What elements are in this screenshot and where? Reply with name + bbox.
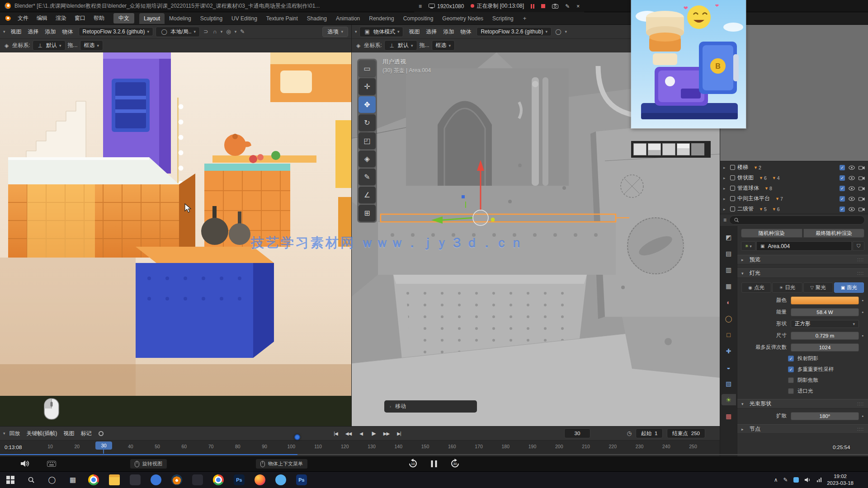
cursor-tool[interactable]: ✛	[359, 78, 376, 95]
camera-icon[interactable]	[859, 186, 865, 191]
tab-modifiers-icon[interactable]: ✚	[722, 345, 736, 357]
timeline-menu-2[interactable]: 关键帧(插帧)	[24, 428, 61, 439]
timeline-ruler[interactable]: 1020304050607080901001101201301401501601…	[0, 440, 720, 453]
blender-menu-logo-icon[interactable]	[4, 16, 11, 21]
prop-checkbox-row-4[interactable]: 进口光	[788, 387, 864, 395]
taskbar-app-task-view[interactable]: ▦	[62, 472, 83, 488]
taskbar-app-cortana[interactable]: ◯	[42, 472, 62, 488]
filmstrip-thumbnails[interactable]	[631, 141, 711, 158]
selectable-checkbox-icon[interactable]: ✓	[840, 196, 845, 202]
network-icon[interactable]	[817, 478, 822, 482]
workspace-tab-texture-paint[interactable]: Texture Paint	[262, 13, 302, 24]
jump-to-start-button[interactable]: |◀	[330, 428, 341, 439]
menubar-menu-2[interactable]: 编辑	[33, 13, 52, 23]
editor-chevron-icon[interactable]: ▾	[355, 29, 357, 34]
tab-object-data-icon[interactable]: ☀	[722, 394, 736, 405]
play-button[interactable]: ▶	[368, 428, 379, 439]
tab-tool-icon[interactable]: ◩	[722, 231, 736, 243]
spread-slider[interactable]: 180°	[791, 412, 859, 420]
selectable-checkbox-icon[interactable]: ✓	[840, 206, 845, 212]
transform-pivot-dropdown[interactable]: ◯本地/局..▾	[156, 27, 200, 37]
tray-volume-icon[interactable]	[804, 477, 811, 483]
timeline-menu-1[interactable]: 回放	[6, 428, 24, 439]
left-vp-menu-4[interactable]: 物体	[59, 27, 76, 37]
outliner-item-name[interactable]: 管道球体	[737, 184, 759, 192]
prop-checkbox-row-2[interactable]: ✓多重重要性采样	[788, 366, 864, 373]
retopoflow-dropdown[interactable]: RetopoFlow 3.2.6 (github)▾	[476, 27, 552, 36]
workspace-tab-animation[interactable]: Animation	[331, 13, 364, 24]
select-mode-dropdown[interactable]: 框选▾	[80, 40, 104, 51]
tray-chevron-up-icon[interactable]: ∧	[774, 477, 778, 483]
animate-dot[interactable]: ●	[859, 414, 866, 418]
falloff-dropdown-chevron[interactable]: ▾	[235, 29, 237, 34]
taskbar-app-blender[interactable]	[166, 472, 187, 488]
outliner-row[interactable]: ▸楼梯▼2✓	[720, 162, 868, 173]
left-vp-menu-2[interactable]: 选择	[25, 27, 42, 37]
section-beam-shape[interactable]: ▾光束形状::::	[737, 399, 868, 408]
editor-chevron-icon[interactable]: ▾	[3, 29, 5, 34]
tool-settings-icon[interactable]: ◈	[3, 42, 10, 49]
seed-render-button[interactable]: 随机种渲染	[741, 229, 802, 238]
disclosure-icon[interactable]: ▸	[723, 197, 728, 201]
current-frame-field[interactable]: 30	[564, 428, 590, 438]
recorder-menu-icon[interactable]: ≡	[419, 3, 422, 9]
viewport-options-button[interactable]: 选项▾	[322, 27, 348, 37]
left-vp-menu-3[interactable]: 添加	[42, 27, 59, 37]
right-vp-menu-2[interactable]: 选择	[423, 27, 440, 37]
move-tool[interactable]: ✥	[359, 96, 376, 113]
rotate-tool[interactable]: ↻	[359, 114, 376, 131]
orientation-dropdown[interactable]: ⊥默认▾	[33, 40, 66, 51]
camera-icon[interactable]	[859, 197, 865, 201]
link-icon[interactable]: ⊃	[202, 28, 209, 35]
recorder-stop-button[interactable]	[541, 4, 545, 8]
eye-icon[interactable]	[849, 197, 855, 201]
prop-checkbox-row-1[interactable]: ✓投射阴影	[788, 355, 864, 362]
tab-texture-icon[interactable]: ▩	[722, 410, 736, 422]
tool-settings-icon[interactable]: ◈	[355, 42, 362, 49]
right-vp-menu-3[interactable]: 添加	[440, 27, 457, 37]
tab-physics-icon[interactable]: ◒	[722, 361, 736, 373]
recorder-close-button[interactable]: ×	[576, 3, 580, 9]
outliner-item-name[interactable]: 楼梯	[737, 164, 748, 171]
fake-user-shield-button[interactable]: ⛉	[853, 241, 864, 251]
camera-icon[interactable]	[859, 165, 865, 170]
pause-button[interactable]	[431, 460, 437, 467]
player-progress-knob[interactable]	[294, 434, 300, 440]
workspace-tab-scripting[interactable]: Scripting	[488, 13, 518, 24]
tab-render-icon[interactable]: ▤	[722, 248, 736, 259]
recorder-pause-button[interactable]	[531, 4, 534, 9]
properties-search-input[interactable]	[729, 216, 865, 225]
properties-editor-icon[interactable]: ≡	[723, 217, 726, 223]
operator-panel[interactable]: › 移动	[384, 400, 477, 413]
animate-dot[interactable]: ●	[859, 310, 866, 314]
measure-tool[interactable]: ∠	[359, 187, 376, 203]
tab-output-icon[interactable]: ▥	[722, 264, 736, 275]
start-button[interactable]	[0, 472, 21, 488]
skip-back-button[interactable]: 10	[408, 458, 419, 469]
sun-light-button[interactable]: ☀日光	[772, 282, 802, 293]
workspace-tab-rendering[interactable]: Rendering	[364, 13, 398, 24]
taskbar-app-chrome[interactable]	[83, 472, 104, 488]
spot-light-button[interactable]: ▽聚光	[803, 282, 833, 293]
menubar-menu-4[interactable]: 窗口	[71, 13, 90, 23]
select-mode-dropdown[interactable]: 框选▾	[432, 40, 455, 51]
retopoflow-dropdown[interactable]: RetopoFlow 3.2.6 (github)▾	[79, 27, 154, 36]
checkbox-icon[interactable]: ✓	[788, 356, 794, 361]
checkbox-icon[interactable]	[788, 388, 794, 394]
tab-view-layer-icon[interactable]: ▦	[722, 280, 736, 291]
tab-object-icon[interactable]: □	[722, 329, 736, 340]
workspace-tab-sculpting[interactable]: Sculpting	[196, 13, 227, 24]
taskbar-app-app-dark-1[interactable]	[125, 472, 146, 488]
skip-forward-button[interactable]: 30	[450, 458, 461, 469]
section-light[interactable]: ▾灯光::::	[737, 268, 868, 278]
taskbar-app-qq[interactable]	[270, 472, 291, 488]
outliner-item-name[interactable]: 中间主体平台	[737, 195, 770, 202]
orientation-dropdown[interactable]: ⊥默认▾	[384, 40, 417, 51]
eye-icon[interactable]	[849, 186, 855, 191]
snap-dropdown-chevron[interactable]: ▾	[221, 29, 223, 34]
disclosure-icon[interactable]: ▸	[723, 207, 728, 211]
taskbar-app-search[interactable]	[21, 472, 42, 488]
animate-dot[interactable]: ●	[859, 299, 866, 302]
scale-tool[interactable]: ◰	[359, 132, 376, 149]
thumbnail[interactable]	[662, 143, 675, 155]
